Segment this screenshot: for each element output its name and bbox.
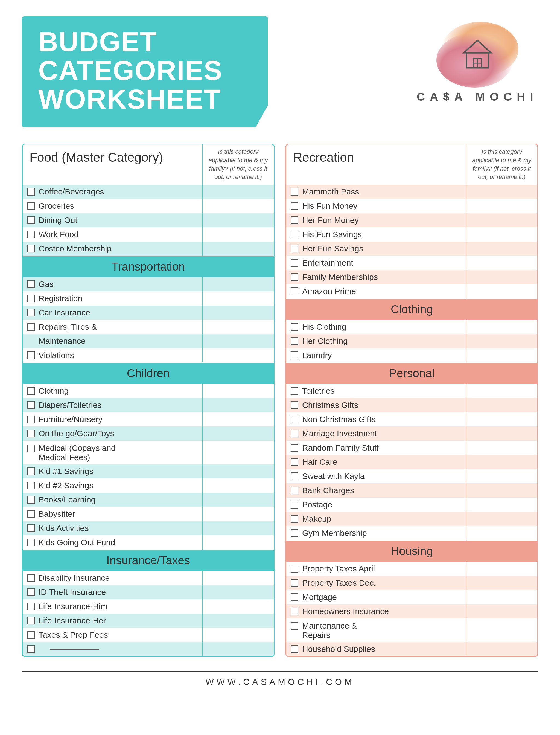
checkbox[interactable] — [27, 387, 35, 395]
checkbox[interactable] — [291, 351, 298, 359]
item-value — [466, 427, 537, 441]
list-item: Sweat with Kayla — [286, 469, 537, 483]
item-value — [466, 384, 537, 398]
checkbox[interactable] — [27, 280, 35, 288]
item-text: Property Taxes April — [302, 564, 375, 573]
checkbox[interactable] — [27, 588, 35, 596]
checkbox[interactable] — [27, 294, 35, 302]
item-text: Furniture/Nursery — [39, 415, 102, 424]
checkbox[interactable] — [27, 245, 35, 252]
list-item: Groceries — [23, 199, 274, 213]
item-label: His Fun Savings — [286, 227, 466, 241]
item-value — [466, 619, 537, 642]
checkbox[interactable] — [291, 245, 298, 252]
item-value — [203, 628, 274, 642]
item-value — [203, 479, 274, 493]
checkbox[interactable] — [27, 202, 35, 210]
checkbox[interactable] — [291, 287, 298, 295]
checkbox[interactable] — [27, 351, 35, 359]
checkbox[interactable] — [27, 230, 35, 238]
checkbox[interactable] — [291, 515, 298, 523]
item-label: Kid #2 Savings — [23, 479, 203, 493]
checkbox[interactable] — [291, 273, 298, 281]
house-icon — [461, 38, 494, 72]
checkbox[interactable] — [27, 631, 35, 639]
checkbox[interactable] — [291, 608, 298, 615]
checkbox[interactable] — [291, 645, 298, 653]
checkbox[interactable] — [27, 496, 35, 504]
item-value — [466, 334, 537, 348]
category-header-children: Children — [23, 362, 274, 384]
item-label: His Fun Money — [286, 199, 466, 213]
checkbox[interactable] — [27, 645, 35, 653]
item-label: Laundry — [286, 348, 466, 362]
checkbox[interactable] — [291, 473, 298, 480]
checkbox[interactable] — [291, 622, 298, 630]
list-item: Entertainment — [286, 256, 537, 270]
checkbox[interactable] — [291, 337, 298, 345]
checkbox[interactable] — [27, 482, 35, 489]
item-text: Postage — [302, 500, 332, 509]
item-value — [203, 213, 274, 227]
item-value — [203, 427, 274, 441]
item-label: Family Memberships — [286, 270, 466, 284]
item-value — [466, 455, 537, 469]
item-value — [466, 412, 537, 427]
item-value — [466, 642, 537, 656]
item-text: Disability Insurance — [39, 573, 110, 583]
checkbox[interactable] — [291, 230, 298, 238]
checkbox[interactable] — [27, 574, 35, 582]
category-header-insurance: Insurance/Taxes — [23, 550, 274, 571]
checkbox[interactable] — [27, 603, 35, 610]
checkbox[interactable] — [27, 468, 35, 475]
logo-background — [436, 22, 518, 87]
checkbox[interactable] — [27, 430, 35, 438]
checkbox[interactable] — [27, 445, 35, 452]
checkbox[interactable] — [291, 579, 298, 587]
category-header-personal: Personal — [286, 362, 537, 384]
item-label: Property Taxes Dec. — [286, 576, 466, 590]
item-value — [203, 185, 274, 199]
item-value — [466, 483, 537, 498]
right-column: Recreation Is this category applicable t… — [285, 144, 538, 657]
checkbox[interactable] — [291, 188, 298, 195]
checkbox[interactable] — [291, 565, 298, 573]
item-value — [466, 199, 537, 213]
item-value — [466, 241, 537, 256]
checkbox[interactable] — [291, 444, 298, 452]
checkbox[interactable] — [291, 259, 298, 267]
item-label: Marriage Investment — [286, 427, 466, 441]
item-label: Kid #1 Savings — [23, 464, 203, 479]
item-text: Random Family Stuff — [302, 443, 379, 453]
list-item: Marriage Investment — [286, 427, 537, 441]
checkbox[interactable] — [291, 529, 298, 537]
checkbox[interactable] — [291, 202, 298, 210]
checkbox[interactable] — [291, 501, 298, 509]
checkbox[interactable] — [291, 401, 298, 409]
checkbox[interactable] — [27, 510, 35, 518]
list-item: Kid #1 Savings — [23, 464, 274, 479]
checkbox[interactable] — [27, 617, 35, 625]
checkbox[interactable] — [27, 323, 35, 331]
checkbox[interactable] — [27, 216, 35, 224]
item-text: Work Food — [39, 230, 78, 239]
checkbox[interactable] — [291, 458, 298, 466]
checkbox[interactable] — [27, 539, 35, 546]
checkbox[interactable] — [27, 401, 35, 409]
checkbox[interactable] — [291, 323, 298, 331]
item-label: Toiletries — [286, 384, 466, 398]
checkbox[interactable] — [27, 416, 35, 423]
checkbox[interactable] — [291, 416, 298, 423]
checkbox[interactable] — [291, 216, 298, 224]
checkbox[interactable] — [291, 387, 298, 395]
checkbox[interactable] — [27, 188, 35, 195]
item-value — [466, 256, 537, 270]
item-label: Her Clothing — [286, 334, 466, 348]
list-item: Laundry — [286, 348, 537, 362]
checkbox[interactable] — [27, 309, 35, 316]
checkbox[interactable] — [291, 487, 298, 494]
item-label: Furniture/Nursery — [23, 412, 203, 427]
checkbox[interactable] — [27, 524, 35, 532]
checkbox[interactable] — [291, 593, 298, 601]
checkbox[interactable] — [291, 430, 298, 438]
